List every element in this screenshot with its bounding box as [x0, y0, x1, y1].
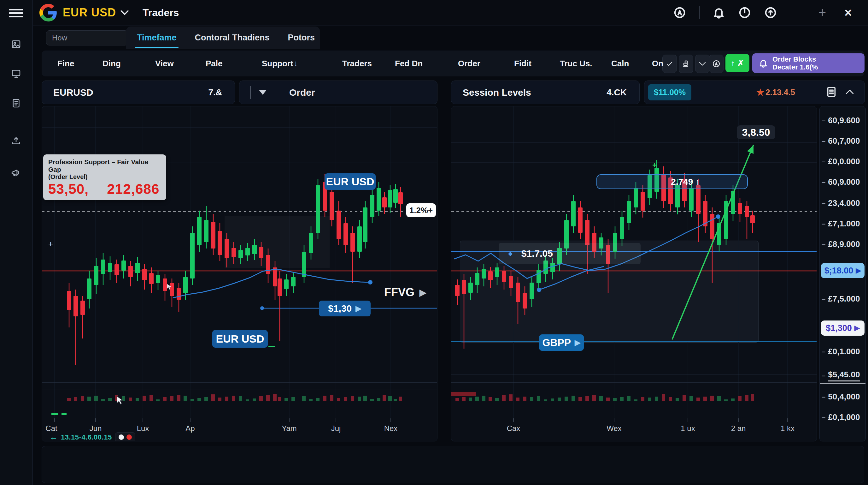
toolbar-item-fine[interactable]: Fine: [57, 51, 74, 77]
toolbar-item-order[interactable]: Order: [458, 51, 480, 77]
order-blocks-button[interactable]: Order BlocksDecater 1.6(%: [752, 53, 865, 73]
right-chart-panel[interactable]: ◆ $1.7.05 2.749 ↑ 3,8.50 GBPP▶ CaxWex1 u…: [451, 106, 817, 441]
price-scale-label: –60,9.600: [822, 116, 860, 125]
left-chart-panel[interactable]: Profession Support – Fair Value Gap (Ord…: [42, 106, 437, 441]
diamond-icon: ◆: [508, 250, 513, 257]
legend-value: 13.15-4.6.00.15: [61, 433, 112, 441]
axis-label: Cat: [45, 424, 57, 433]
cursor-icon: [116, 396, 125, 405]
tab-contoral-thadiens[interactable]: Contoral Thadiens: [195, 27, 270, 48]
upload-circle-icon[interactable]: [764, 6, 777, 19]
collapse-icon[interactable]: [846, 89, 854, 96]
axis-label: 1 ux: [681, 424, 695, 433]
price-scale-label: –£7,5.000: [822, 294, 860, 304]
toolbar-item-ding[interactable]: Ding: [102, 51, 121, 77]
right-candlestick-chart[interactable]: [451, 106, 817, 422]
pair-selector-label[interactable]: EUR USD: [63, 6, 116, 19]
left-sidebar: [0, 0, 33, 485]
megaphone-icon[interactable]: [8, 165, 24, 181]
price-scale-label: –£0,1.000: [822, 347, 860, 356]
toolbar-item-traders[interactable]: Traders: [342, 51, 372, 77]
dropdown-arrow-icon[interactable]: ↓: [294, 59, 298, 67]
cross-arrow-icon: ✗: [737, 58, 744, 68]
price-scale-label: –£7,1.000: [822, 219, 860, 229]
target-price-label: 3,8.50: [737, 125, 775, 139]
image-icon[interactable]: [8, 36, 24, 52]
price-scale-label: –60,9.000: [822, 177, 860, 187]
play-icon: ▶: [420, 287, 427, 298]
cursor-icon-small: [166, 283, 173, 290]
toolbar-item-view[interactable]: View: [155, 51, 174, 77]
axis-label: Jun: [90, 424, 102, 433]
assistant-icon[interactable]: [673, 6, 686, 19]
mid-level-strip: ◆ $1.7.05: [499, 243, 641, 264]
search-input[interactable]: How: [46, 30, 128, 46]
tab-potors[interactable]: Potors: [288, 27, 315, 48]
percent-pill[interactable]: 1.2%+: [406, 203, 436, 217]
price-tag-1300[interactable]: $1,300▶: [821, 320, 865, 336]
order-dropdown[interactable]: Order: [289, 87, 315, 98]
white-dot: [119, 434, 124, 440]
toolbar: ↓ ↑ ✗ Order BlocksDecater 1.6(% FineDing…: [42, 51, 864, 77]
dropdown-triangle-icon[interactable]: [259, 90, 267, 95]
left-candlestick-chart[interactable]: [42, 106, 437, 422]
price-scale-label: –£0,0.000: [822, 156, 860, 166]
play-icon: ▶: [355, 304, 361, 313]
toolbar-item-fidit[interactable]: Fidit: [514, 51, 531, 77]
percent-badge[interactable]: $11.00%: [648, 84, 691, 101]
toolbar-item-on[interactable]: On: [652, 51, 663, 77]
price-scale-label: –£8,9.000: [822, 239, 860, 249]
toolbar-item-truc-us-[interactable]: Truc Us.: [560, 51, 592, 77]
mid-price-label: $1.7.05: [521, 248, 553, 259]
chevron-down-button[interactable]: [695, 55, 710, 73]
trading-app: EUR USD Traders + × How TimefameContoral…: [0, 0, 868, 485]
bottom-panel: [42, 446, 864, 483]
chart-legend: ← 13.15-4.6.00.15: [50, 432, 135, 441]
menu-icon[interactable]: [9, 7, 23, 18]
check-toggle-button[interactable]: [662, 55, 677, 73]
buy-button[interactable]: ↑ ✗: [725, 54, 749, 72]
tab-timefame[interactable]: Timefame: [137, 27, 177, 48]
page-title: Traders: [143, 7, 179, 19]
power-icon[interactable]: [738, 6, 751, 19]
axis-label: Ap: [185, 424, 195, 433]
axis-label: Yam: [282, 424, 297, 433]
google-logo-icon: [39, 4, 57, 22]
toolbar-item-caln[interactable]: Caln: [611, 51, 629, 77]
toolbar-item-support[interactable]: Support: [262, 51, 293, 77]
upload-icon[interactable]: [8, 133, 24, 148]
price-scale-label: –23,4.000: [822, 198, 860, 208]
price-tag-130[interactable]: $1,30▶: [319, 301, 371, 316]
eurusd-badge-bottom[interactable]: EUR USD: [212, 330, 268, 348]
toolbar-item-pale[interactable]: Pale: [206, 51, 223, 77]
range-value: 2.749 ↑: [671, 177, 700, 187]
scale-separator: [820, 383, 866, 383]
price-scale[interactable]: –60,9.600–60,7,000–£0,0.000–60,9.000–23,…: [819, 106, 866, 441]
price-scale-label: –$5,45.00: [822, 370, 860, 381]
right-chart-stats: $11.00% ★2.13.4.5: [644, 81, 865, 104]
list-icon[interactable]: [827, 87, 836, 98]
chevron-down-icon[interactable]: [121, 10, 129, 16]
close-icon[interactable]: ×: [841, 6, 855, 19]
notifications-icon[interactable]: [712, 6, 725, 19]
range-box: 2.749 ↑: [596, 174, 748, 189]
tooltip-value-2: 212,686: [107, 181, 159, 197]
fvg-tooltip: Profession Support – Fair Value Gap (Ord…: [43, 154, 166, 200]
ffvg-label[interactable]: FFVG▶: [384, 286, 427, 299]
arrow-left-icon: ←: [50, 432, 58, 441]
monitor-icon[interactable]: [8, 66, 24, 82]
add-icon[interactable]: +: [816, 6, 829, 19]
stamp-icon[interactable]: [679, 55, 693, 73]
left-chart-symbol: EURUSD: [53, 87, 93, 98]
circle-a-button[interactable]: [709, 55, 723, 73]
eurusd-badge-top[interactable]: EUR USD: [324, 173, 376, 190]
gbpp-badge[interactable]: GBPP▶: [539, 334, 584, 351]
axis-label: 2 an: [731, 424, 746, 433]
document-icon[interactable]: [8, 95, 24, 111]
legend-dots[interactable]: [115, 432, 135, 441]
top-bar: EUR USD Traders + ×: [32, 0, 868, 26]
price-tag-18[interactable]: $;18.00▶: [821, 263, 865, 278]
axis-label: Juj: [331, 424, 341, 433]
bell-icon: [758, 58, 768, 68]
toolbar-item-fed-dn[interactable]: Fed Dn: [395, 51, 423, 77]
